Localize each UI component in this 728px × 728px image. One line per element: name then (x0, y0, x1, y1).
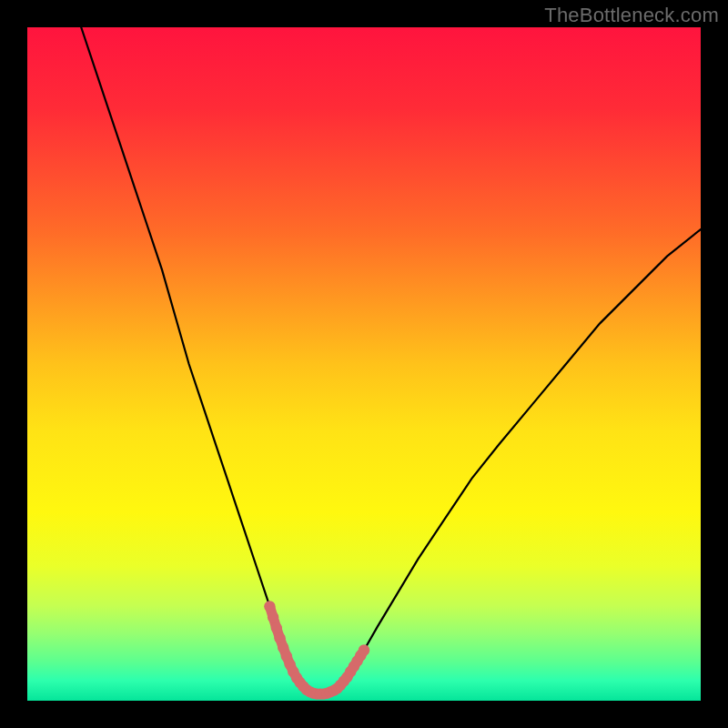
highlight-dot (359, 644, 369, 655)
bottleneck-plot (27, 27, 701, 701)
watermark-text: TheBottleneck.com (544, 4, 719, 27)
highlight-dot (264, 601, 275, 612)
highlight-dot (271, 622, 282, 633)
chart-frame: TheBottleneck.com (0, 0, 728, 728)
highlight-dot (268, 612, 278, 622)
gradient-background (27, 27, 701, 701)
